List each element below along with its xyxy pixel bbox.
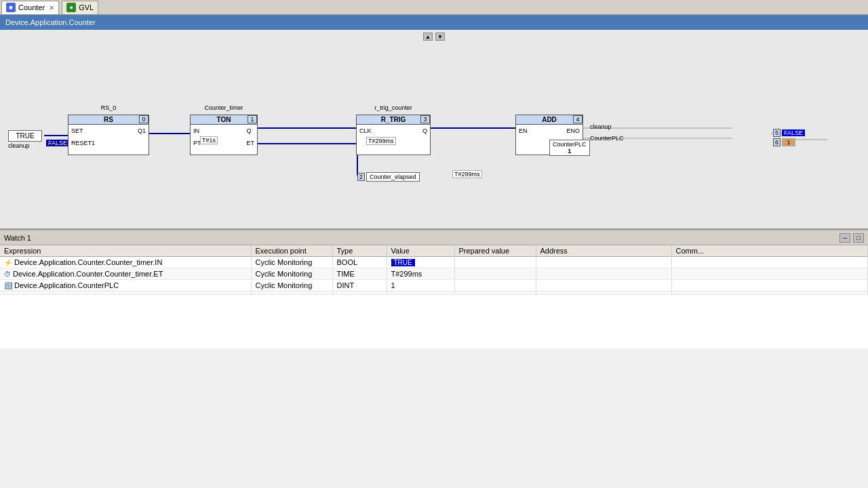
add-eno-pin: ENO	[566, 127, 580, 134]
watch-title-left: Watch 1	[4, 234, 31, 242]
false-input-badge: FALSE	[46, 140, 69, 146]
ton-label: Counter_timer	[191, 104, 257, 111]
watch-panel: Watch 1 ─ □ Expression Execution point T…	[0, 230, 868, 348]
exec-cell	[251, 291, 332, 295]
ton-outputs: Q ET	[246, 127, 254, 152]
rs-inputs: SET RESET1	[71, 127, 95, 152]
prepared-cell	[454, 257, 536, 268]
ton-et-pin: ET	[246, 140, 254, 146]
watch-tbody: ⚡ Device.Application.Counter.Counter_tim…	[0, 257, 868, 295]
value-cell	[387, 291, 454, 295]
breadcrumb: Device.Application.Counter	[5, 18, 96, 26]
value-badge: TRUE	[391, 259, 415, 266]
watch-row: ⏱ Device.Application.Counter.Counter_tim…	[0, 268, 868, 280]
col-expression: Expression	[0, 245, 251, 257]
collapse-down[interactable]: ▼	[435, 33, 445, 41]
counterplc-feedback-box: CounterPLC 1	[549, 140, 590, 156]
rs-set-pin: SET	[71, 127, 95, 134]
type-text: DINT	[337, 281, 355, 289]
watch-table: Expression Execution point Type Value Pr…	[0, 245, 868, 295]
false-badge-value: FALSE	[782, 129, 805, 136]
type-cell: BOOL	[332, 257, 387, 268]
rs-outputs: Q1	[138, 127, 146, 152]
watch-row: 🔢 Device.Application.CounterPLC Cyclic M…	[0, 280, 868, 291]
col-value: Value	[387, 245, 454, 257]
expr-text: Device.Application.CounterPLC	[14, 281, 119, 289]
value-cell: TRUE	[387, 257, 454, 268]
cleanup-input-label: cleanup	[8, 142, 30, 149]
et-display-badge: T#299ms	[452, 170, 482, 178]
type-cell: TIME	[332, 268, 387, 280]
et-value-badge: T#299ms	[366, 137, 396, 145]
collapse-up[interactable]: ▲	[423, 33, 433, 41]
tab-counter-label: Counter	[18, 3, 45, 12]
expr-text: Device.Application.Counter.Counter_timer…	[13, 270, 163, 278]
watch-title-bar: Watch 1 ─ □	[0, 230, 868, 245]
counterplc-label: CounterPLC	[553, 141, 587, 148]
ton-q-pin: Q	[246, 127, 254, 134]
watch-row	[0, 291, 868, 295]
rtrig-outputs: Q	[422, 127, 427, 152]
type-cell	[332, 291, 387, 295]
watch-minimize-btn[interactable]: ─	[840, 233, 850, 243]
rtrig-label: r_trig_counter	[357, 104, 430, 111]
tab-bar: ■ Counter ✕ ● GVL	[0, 0, 868, 15]
add-en-pin: EN	[519, 127, 528, 134]
pt-value-badge: T#1s	[200, 136, 218, 144]
type-text: BOOL	[337, 258, 358, 266]
tab-gvl-label: GVL	[79, 3, 94, 12]
output-counterplc-label: CounterPLC	[590, 135, 624, 142]
prepared-cell	[454, 291, 536, 295]
col-address: Address	[536, 245, 671, 257]
counter-elapsed-label: Counter_elapsed	[366, 172, 420, 182]
gvl-tab-icon: ●	[66, 3, 76, 12]
ton-block: Counter_timer 1 TON IN PT Q ET	[190, 115, 258, 155]
comment-cell	[671, 268, 868, 280]
exec-text: Cyclic Monitoring	[256, 281, 313, 289]
false-output-badge-container: 5 FALSE 6 1	[773, 128, 805, 146]
exec-cell: Cyclic Monitoring	[251, 257, 332, 268]
rs-reset1-pin: RESET1	[71, 140, 95, 146]
exec-cell: Cyclic Monitoring	[251, 268, 332, 280]
dint-icon: 🔢	[4, 282, 12, 289]
counter-tab-icon: ■	[6, 3, 16, 12]
breadcrumb-bar: Device.Application.Counter	[0, 15, 868, 30]
rtrig-title: R_TRIG	[357, 115, 430, 125]
comment-cell	[671, 257, 868, 268]
value-text: 1	[391, 281, 395, 289]
address-cell	[536, 268, 671, 280]
counterplc-value: 1	[553, 148, 587, 155]
col-prepared: Prepared value	[454, 245, 536, 257]
false-badge-number: 5	[773, 129, 781, 137]
expr-cell[interactable]: ⚡ Device.Application.Counter.Counter_tim…	[0, 257, 251, 268]
address-cell	[536, 291, 671, 295]
rs-q1-pin: Q1	[138, 127, 146, 134]
col-execution: Execution point	[251, 245, 332, 257]
tab-counter-close[interactable]: ✕	[49, 4, 54, 12]
output-value-1: 1	[782, 138, 795, 146]
expr-cell[interactable]: 🔢 Device.Application.CounterPLC	[0, 280, 251, 291]
output-cleanup-label: cleanup	[590, 123, 612, 130]
collapse-arrows: ▲ ▼	[423, 33, 445, 41]
expr-cell[interactable]: ⏱ Device.Application.Counter.Counter_tim…	[0, 268, 251, 280]
bool-icon: ⚡	[4, 259, 12, 266]
col-type: Type	[332, 245, 387, 257]
value-cell: 1	[387, 280, 454, 291]
prepared-cell	[454, 268, 536, 280]
exec-text: Cyclic Monitoring	[256, 258, 313, 266]
type-text: TIME	[337, 270, 355, 278]
expr-cell[interactable]	[0, 291, 251, 295]
add-badge: 4	[573, 115, 583, 123]
ton-badge: 1	[248, 115, 257, 123]
rtrig-badge: 3	[420, 115, 430, 123]
watch-maximize-btn[interactable]: □	[853, 233, 864, 243]
true-input-box: TRUE	[8, 130, 42, 142]
tab-gvl[interactable]: ● GVL	[62, 1, 98, 14]
rtrig-block: r_trig_counter 3 R_TRIG CLK Q	[356, 115, 431, 155]
comment-cell	[671, 280, 868, 291]
bottom-area	[0, 348, 868, 484]
rtrig-q-pin: Q	[422, 127, 427, 134]
prepared-cell	[454, 280, 536, 291]
watch-row: ⚡ Device.Application.Counter.Counter_tim…	[0, 257, 868, 268]
tab-counter[interactable]: ■ Counter ✕	[1, 1, 59, 14]
